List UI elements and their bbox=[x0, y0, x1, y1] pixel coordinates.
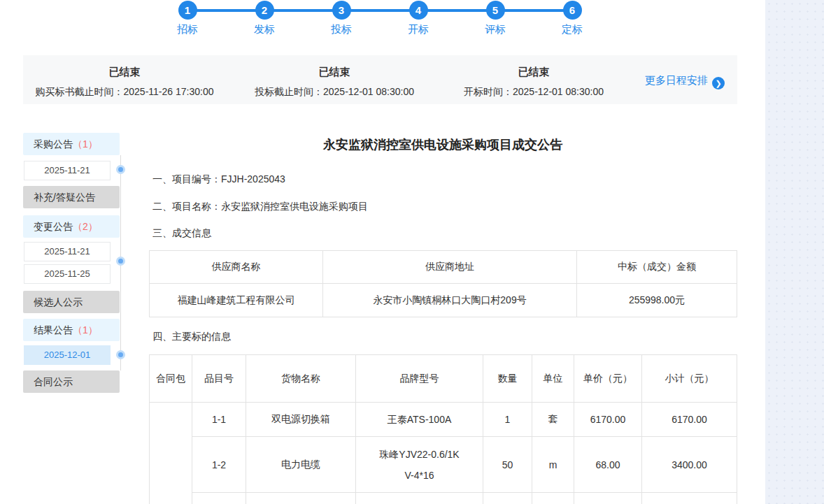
step-3-label: 投标 bbox=[313, 23, 369, 36]
stepper-step-2: 2 发标 bbox=[236, 1, 292, 36]
table-cell-subtotal: 3400.00 bbox=[642, 437, 737, 493]
items-table-header-row: 合同包 品目号 货物名称 品牌型号 数量 单位 单价（元） 小计（元） bbox=[150, 355, 737, 403]
table-header-cell: 品目号 bbox=[192, 355, 246, 403]
sidebar-date-2025-12-01-result-active[interactable]: 2025-12-01 bbox=[24, 345, 111, 365]
step-3-circle: 3 bbox=[332, 1, 351, 20]
sidebar-item-supplement-notice[interactable]: 补充/答疑公告 bbox=[23, 186, 120, 208]
timeline-dot bbox=[116, 257, 125, 266]
table-cell-subtotal: 6170.00 bbox=[642, 403, 737, 437]
schedule-bar: 已结束 购买标书截止时间：2025-11-26 17:30:00 已结束 投标截… bbox=[23, 55, 737, 104]
schedule-col-open-time: 已结束 开标时间：2025-12-01 08:30:00 bbox=[464, 55, 604, 99]
timeline-dot bbox=[116, 350, 125, 359]
step-5-circle: 5 bbox=[486, 1, 505, 20]
table-header-cell: 品牌型号 bbox=[356, 355, 483, 403]
announcement-sidebar: 采购公告（1） 2025-11-21 补充/答疑公告 变更公告（2） 2025-… bbox=[23, 133, 135, 405]
items-table-row-3-partial bbox=[150, 493, 737, 504]
section-project-number: 一、项目编号：FJJH-2025043 bbox=[149, 173, 737, 185]
table-cell bbox=[246, 493, 356, 504]
table-header-cell: 中标（成交）金额 bbox=[577, 251, 737, 284]
sidebar-item-label: 采购公告 bbox=[34, 138, 73, 150]
step-5-label: 评标 bbox=[467, 23, 523, 36]
chevron-right-circle-icon: ❯ bbox=[712, 77, 725, 89]
table-cell-unit-price: 6170.00 bbox=[574, 403, 642, 437]
contract-package-cell bbox=[150, 403, 192, 504]
page-background-strip bbox=[765, 0, 824, 504]
table-cell-qty: 50 bbox=[483, 437, 532, 493]
table-cell-supplier-address: 永安市小陶镇桐林口大陶口村209号 bbox=[323, 284, 577, 317]
table-cell-item-no: 1-2 bbox=[192, 437, 246, 493]
supplier-table-row: 福建山峰建筑工程有限公司 永安市小陶镇桐林口大陶口村209号 255998.00… bbox=[150, 284, 737, 317]
table-header-cell: 单位 bbox=[532, 355, 574, 403]
table-cell bbox=[356, 493, 483, 504]
sidebar-item-contract-notice[interactable]: 合同公示 bbox=[23, 370, 120, 393]
sidebar-item-count: （1） bbox=[73, 324, 98, 336]
table-header-cell: 供应商地址 bbox=[323, 251, 577, 284]
more-schedule-label: 更多日程安排 bbox=[645, 74, 708, 86]
table-cell bbox=[192, 493, 246, 504]
table-cell-goods: 双电源切换箱 bbox=[246, 403, 356, 437]
sidebar-item-change-notice[interactable]: 变更公告（2） bbox=[23, 215, 120, 238]
sidebar-item-label: 结果公告 bbox=[34, 324, 73, 336]
step-1-label: 招标 bbox=[159, 23, 215, 36]
section-project-name: 二、项目名称：永安监狱消控室供电设施采购项目 bbox=[149, 201, 737, 212]
sidebar-date-2025-11-21-change[interactable]: 2025-11-21 bbox=[24, 242, 111, 261]
table-cell bbox=[642, 493, 737, 504]
brand-line: 珠峰YJV22-0.6/1K bbox=[360, 444, 478, 465]
sidebar-item-candidate-notice[interactable]: 候选人公示 bbox=[23, 291, 120, 313]
table-cell bbox=[574, 493, 642, 504]
table-cell-unit-price: 68.00 bbox=[574, 437, 642, 493]
items-table: 合同包 品目号 货物名称 品牌型号 数量 单位 单价（元） 小计（元） 1-1 … bbox=[149, 354, 737, 504]
table-cell-unit: m bbox=[532, 437, 574, 493]
sidebar-item-result-notice[interactable]: 结果公告（1） bbox=[23, 319, 120, 341]
stepper-step-5: 5 评标 bbox=[467, 1, 523, 36]
section-main-items: 四、主要标的信息 bbox=[149, 331, 737, 342]
table-cell-qty: 1 bbox=[483, 403, 532, 437]
sidebar-item-count: （2） bbox=[73, 221, 98, 232]
table-cell-brand: 珠峰YJV22-0.6/1K V-4*16 bbox=[356, 437, 483, 493]
schedule-col-buy-deadline: 已结束 购买标书截止时间：2025-11-26 17:30:00 bbox=[30, 55, 219, 99]
table-cell-goods: 电力电缆 bbox=[246, 437, 356, 493]
sidebar-date-2025-11-25-change[interactable]: 2025-11-25 bbox=[24, 264, 111, 284]
brand-line: 王泰ATS-100A bbox=[360, 409, 478, 430]
announcement-content: 永安监狱消控室供电设施采购项目成交公告 一、项目编号：FJJH-2025043 … bbox=[149, 133, 737, 504]
schedule-status: 已结束 bbox=[254, 66, 415, 79]
schedule-time: 购买标书截止时间：2025-11-26 17:30:00 bbox=[30, 86, 219, 99]
stepper-step-1: 1 招标 bbox=[159, 1, 215, 36]
table-header-cell: 小计（元） bbox=[642, 355, 737, 403]
timeline-dot bbox=[116, 165, 125, 174]
table-header-cell: 供应商名称 bbox=[150, 251, 323, 284]
section-deal-info: 三、成交信息 bbox=[149, 227, 737, 238]
step-2-label: 发标 bbox=[236, 23, 292, 36]
more-schedule-link[interactable]: 更多日程安排❯ bbox=[645, 74, 725, 89]
step-6-label: 定标 bbox=[544, 23, 600, 36]
schedule-time: 投标截止时间：2025-12-01 08:30:00 bbox=[254, 86, 415, 99]
table-header-cell: 数量 bbox=[483, 355, 532, 403]
stepper-step-4: 4 开标 bbox=[390, 1, 446, 36]
sidebar-item-procurement-notice[interactable]: 采购公告（1） bbox=[23, 133, 120, 155]
table-header-cell: 单价（元） bbox=[574, 355, 642, 403]
sidebar-item-count: （1） bbox=[73, 138, 98, 150]
step-4-label: 开标 bbox=[390, 23, 446, 36]
items-table-row-1: 1-1 双电源切换箱 王泰ATS-100A 1 套 6170.00 6170.0… bbox=[150, 403, 737, 437]
brand-line: V-4*16 bbox=[360, 465, 478, 486]
step-1-circle: 1 bbox=[178, 1, 197, 20]
table-cell-supplier-name: 福建山峰建筑工程有限公司 bbox=[150, 284, 323, 317]
step-4-circle: 4 bbox=[409, 1, 428, 20]
page-title: 永安监狱消控室供电设施采购项目成交公告 bbox=[149, 137, 737, 152]
supplier-table: 供应商名称 供应商地址 中标（成交）金额 福建山峰建筑工程有限公司 永安市小陶镇… bbox=[149, 250, 737, 317]
table-cell bbox=[483, 493, 532, 504]
items-table-row-2: 1-2 电力电缆 珠峰YJV22-0.6/1K V-4*16 50 m 68.0… bbox=[150, 437, 737, 493]
schedule-time: 开标时间：2025-12-01 08:30:00 bbox=[464, 86, 604, 99]
schedule-col-bid-deadline: 已结束 投标截止时间：2025-12-01 08:30:00 bbox=[254, 55, 415, 99]
supplier-table-header-row: 供应商名称 供应商地址 中标（成交）金额 bbox=[150, 251, 737, 284]
table-cell-award-amount: 255998.00元 bbox=[577, 284, 737, 317]
step-2-circle: 2 bbox=[255, 1, 274, 20]
sidebar-date-2025-11-21[interactable]: 2025-11-21 bbox=[24, 161, 111, 180]
table-header-cell: 合同包 bbox=[150, 355, 192, 403]
stepper-step-6: 6 定标 bbox=[544, 1, 600, 36]
step-6-circle: 6 bbox=[563, 1, 582, 20]
sidebar-item-label: 变更公告 bbox=[34, 221, 73, 232]
schedule-status: 已结束 bbox=[30, 66, 219, 79]
table-cell bbox=[532, 493, 574, 504]
table-header-cell: 货物名称 bbox=[246, 355, 356, 403]
